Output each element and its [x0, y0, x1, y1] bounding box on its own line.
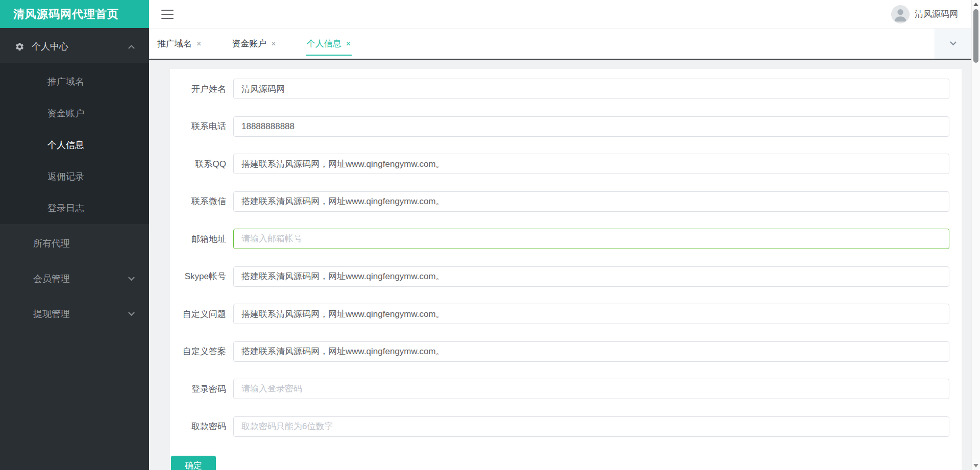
- vertical-scrollbar[interactable]: [971, 0, 980, 470]
- sidebar-group-member-management[interactable]: 会员管理: [0, 263, 149, 294]
- sidebar-item-label: 提现管理: [33, 308, 129, 320]
- tab-promo-domain[interactable]: 推广域名 ×: [156, 29, 202, 59]
- form-row: 邮箱地址: [170, 229, 962, 249]
- email-input[interactable]: [233, 229, 949, 249]
- tab-personal-info[interactable]: 个人信息 ×: [306, 29, 352, 59]
- form-row: 自定义答案: [170, 341, 962, 362]
- confirm-button[interactable]: 确定: [171, 456, 216, 470]
- form-row: Skype帐号: [170, 266, 962, 287]
- sidebar-item-personal-info[interactable]: 个人信息: [0, 129, 149, 161]
- sidebar-submenu: 推广域名 资金账户 个人信息 返佣记录 登录日志: [0, 63, 149, 224]
- close-icon[interactable]: ×: [197, 39, 201, 48]
- chevron-up-icon: [128, 44, 135, 51]
- field-label: 联系电话: [170, 120, 233, 132]
- chevron-down-icon: [128, 309, 135, 316]
- field-label: 自定义问题: [170, 308, 233, 320]
- chevron-down-icon: [950, 39, 957, 45]
- sidebar-group-withdraw-management[interactable]: 提现管理: [0, 298, 149, 330]
- close-icon[interactable]: ×: [271, 39, 276, 48]
- scrollbar-thumb[interactable]: [973, 9, 978, 63]
- sidebar-item-label: 会员管理: [33, 273, 129, 285]
- field-label: Skype帐号: [170, 270, 233, 282]
- form-row: 取款密码: [170, 416, 962, 437]
- skype-input[interactable]: [233, 266, 949, 287]
- sidebar-group-label: 个人中心: [32, 40, 129, 53]
- custom-question-input[interactable]: [233, 304, 949, 324]
- sidebar-item-rebate-record[interactable]: 返佣记录: [0, 161, 149, 192]
- tab-bar: 推广域名 × 资金账户 × 个人信息 ×: [149, 28, 971, 59]
- custom-answer-input[interactable]: [233, 341, 949, 362]
- field-label: 联系QQ: [170, 158, 233, 170]
- avatar[interactable]: [891, 5, 910, 23]
- sidebar-item-promo-domain[interactable]: 推广域名: [0, 66, 149, 97]
- login-password-input[interactable]: [233, 379, 949, 399]
- field-label: 开户姓名: [170, 83, 233, 95]
- close-icon[interactable]: ×: [346, 39, 351, 48]
- field-label: 取款密码: [170, 420, 233, 432]
- sidebar-item-all-agents[interactable]: 所有代理: [0, 228, 149, 259]
- tab-label: 推广域名: [157, 38, 192, 50]
- wechat-input[interactable]: [233, 191, 949, 212]
- scrollbar-down-arrow-icon[interactable]: [973, 464, 978, 467]
- form-row: 登录密码: [170, 379, 962, 399]
- sidebar-group-personal-center[interactable]: 个人中心: [0, 30, 149, 63]
- tab-list-dropdown-button[interactable]: [935, 29, 971, 59]
- field-label: 联系微信: [170, 195, 233, 207]
- personal-info-form-card: 开户姓名 联系电话 联系QQ 联系微信 邮箱地址 Skype帐号 自定义问题: [170, 69, 962, 470]
- sidebar: 清风源码网代理首页 个人中心 推广域名 资金账户 个人信息 返佣记录 登录日志 …: [0, 0, 149, 470]
- gear-icon: [15, 42, 24, 52]
- form-row: 自定义问题: [170, 304, 962, 324]
- top-header: 清风源码网: [149, 0, 971, 28]
- main-content: 开户姓名 联系电话 联系QQ 联系微信 邮箱地址 Skype帐号 自定义问题: [149, 60, 971, 470]
- tab-label: 个人信息: [307, 38, 341, 50]
- account-name-input[interactable]: [233, 79, 949, 99]
- phone-input[interactable]: [233, 116, 949, 137]
- tab-fund-account[interactable]: 资金账户 ×: [231, 29, 277, 59]
- qq-input[interactable]: [233, 154, 949, 174]
- form-row: 联系微信: [170, 191, 962, 212]
- sidebar-item-login-log[interactable]: 登录日志: [0, 192, 149, 224]
- sidebar-item-fund-account[interactable]: 资金账户: [0, 97, 149, 129]
- header-user-name: 清风源码网: [915, 8, 958, 20]
- scrollbar-up-arrow-icon[interactable]: [973, 3, 978, 6]
- sidebar-item-label: 所有代理: [33, 237, 134, 250]
- form-row: 开户姓名: [170, 79, 962, 99]
- user-menu[interactable]: 清风源码网: [891, 5, 958, 23]
- hamburger-menu-icon[interactable]: [161, 10, 174, 19]
- tab-label: 资金账户: [232, 38, 266, 50]
- chevron-down-icon: [128, 274, 135, 281]
- field-label: 登录密码: [170, 383, 233, 395]
- app-logo-title: 清风源码网代理首页: [0, 0, 149, 28]
- field-label: 自定义答案: [170, 345, 233, 357]
- form-row: 联系QQ: [170, 154, 962, 174]
- field-label: 邮箱地址: [170, 233, 233, 245]
- form-row: 联系电话: [170, 116, 962, 137]
- withdraw-password-input[interactable]: [233, 416, 949, 437]
